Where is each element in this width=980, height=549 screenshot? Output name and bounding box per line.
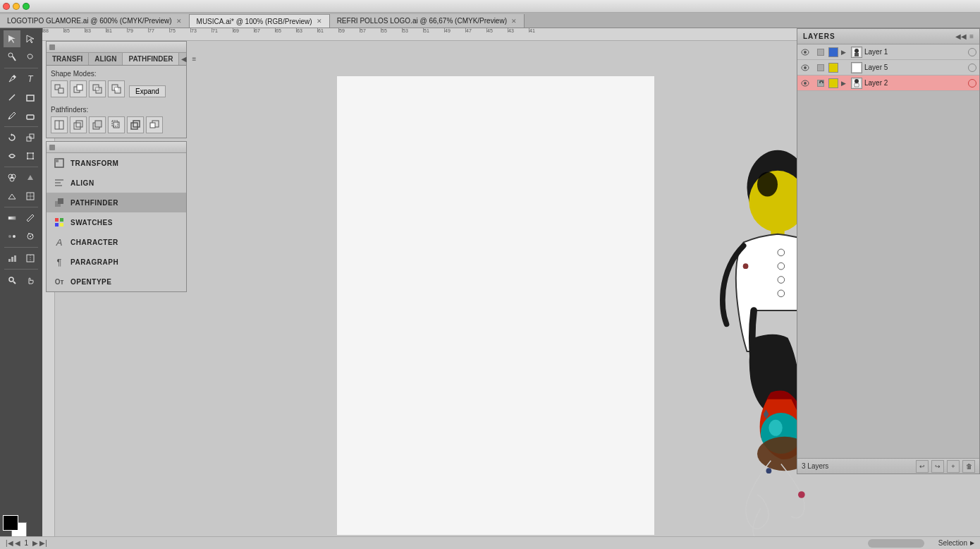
zoom-tool[interactable] xyxy=(4,272,20,289)
tool-row-2 xyxy=(3,48,39,66)
lasso-tool[interactable] xyxy=(22,49,39,66)
layer-add-icon[interactable]: + xyxy=(947,460,960,473)
layer-row-layer1[interactable]: ▶ Layer 1 xyxy=(797,44,979,60)
layer-delete-icon[interactable]: 🗑 xyxy=(962,460,975,473)
symbol-sprayer-tool[interactable] xyxy=(22,228,39,245)
panel-header[interactable] xyxy=(47,42,186,53)
rotate-tool[interactable] xyxy=(4,129,20,146)
direct-selection-tool[interactable] xyxy=(22,30,39,47)
rect-tool[interactable] xyxy=(22,89,39,106)
layer5-target-circle[interactable] xyxy=(968,64,976,72)
pf-outline[interactable] xyxy=(127,116,144,133)
shape-mode-subtract[interactable] xyxy=(70,80,87,97)
blend-tool[interactable] xyxy=(4,228,20,245)
layer5-expand[interactable]: ▶ xyxy=(841,64,851,71)
maximize-button[interactable] xyxy=(23,3,30,10)
tab-glamore-close[interactable]: ✕ xyxy=(176,18,182,25)
panel-item-pathfinder[interactable]: PATHFINDER xyxy=(47,193,186,212)
page-first-btn[interactable]: |◀ xyxy=(6,539,13,547)
pf-merge[interactable] xyxy=(89,116,106,133)
magic-wand-tool[interactable] xyxy=(4,49,20,66)
ruler-tick: 71 xyxy=(212,28,233,41)
foreground-color-box[interactable] xyxy=(3,515,18,531)
panel-item-align[interactable]: ALIGN xyxy=(47,173,186,193)
layer2-thumb xyxy=(851,78,862,89)
shape-mode-exclude[interactable] xyxy=(108,80,125,97)
column-graph-tool[interactable] xyxy=(4,250,20,267)
pf-minus-back[interactable] xyxy=(146,116,163,133)
mesh-tool[interactable] xyxy=(22,188,39,205)
free-transform-tool[interactable] xyxy=(22,147,39,164)
zoom-slider[interactable] xyxy=(868,539,924,548)
tool-separator xyxy=(4,68,38,68)
tool-dropdown-arrow[interactable]: ▶ xyxy=(970,540,974,546)
eraser-tool[interactable] xyxy=(22,107,39,124)
ruler-tick: 43 xyxy=(508,28,529,41)
type-tool[interactable]: T xyxy=(22,71,39,88)
shape-builder-tool[interactable] xyxy=(4,169,20,186)
pencil-tool[interactable] xyxy=(4,107,20,124)
layer5-visibility[interactable] xyxy=(797,60,813,76)
pf-crop[interactable] xyxy=(108,116,125,133)
page-last-btn[interactable]: ▶| xyxy=(39,539,47,547)
pen-tool[interactable] xyxy=(4,71,20,88)
layer2-expand[interactable]: ▶ xyxy=(841,80,851,87)
live-paint-tool[interactable] xyxy=(22,169,39,186)
shape-mode-add[interactable] xyxy=(51,80,68,97)
tab-pathfinder[interactable]: PATHFINDER xyxy=(123,53,179,65)
layer1-name: Layer 1 xyxy=(864,48,965,56)
tab-refri[interactable]: REFRI POLLOS LOGO.ai @ 66,67% (CMYK/Prev… xyxy=(330,14,525,28)
tab-align[interactable]: ALIGN xyxy=(89,53,123,65)
eyedropper-tool[interactable] xyxy=(22,210,39,227)
layers-menu-icon[interactable]: ≡ xyxy=(969,32,974,40)
tab-transform[interactable]: TRANSFI xyxy=(47,53,89,65)
slice-tool[interactable] xyxy=(22,250,39,267)
shape-mode-intersect[interactable] xyxy=(89,80,106,97)
tool-row-3: T xyxy=(3,70,39,88)
warp-tool[interactable] xyxy=(4,147,20,164)
panel-item-paragraph[interactable]: ¶ PARAGRAPH xyxy=(47,252,186,272)
layer1-lock[interactable] xyxy=(813,44,828,60)
layers-collapse-icon[interactable]: ◀◀ xyxy=(955,32,967,40)
panel-item-transform[interactable]: TRANSFORM xyxy=(47,153,186,173)
layer-row-layer2[interactable]: ▶ Layer 2 xyxy=(797,76,979,91)
expand-button[interactable]: Expand xyxy=(129,85,166,97)
perspective-tool[interactable] xyxy=(4,188,20,205)
gradient-tool[interactable] xyxy=(4,210,20,227)
layers-title: LAYERS xyxy=(803,32,835,40)
pf-divide[interactable] xyxy=(51,116,68,133)
tool-panel-header[interactable] xyxy=(47,142,186,153)
svg-rect-51 xyxy=(131,123,137,129)
layer2-visibility[interactable] xyxy=(797,76,813,91)
line-tool[interactable] xyxy=(4,89,20,106)
panel-item-character[interactable]: A CHARACTER xyxy=(47,232,186,252)
layer2-target-circle[interactable] xyxy=(968,79,976,88)
tab-musica[interactable]: MUSICA.ai* @ 100% (RGB/Preview) ✕ xyxy=(190,14,330,28)
tab-glamore[interactable]: LOGOTIPO GLAMORE.ai @ 600% (CMYK/Preview… xyxy=(0,14,190,28)
layer-new-icon[interactable]: ↪ xyxy=(931,460,944,473)
selection-tool[interactable] xyxy=(4,30,20,47)
svg-rect-36 xyxy=(77,85,82,90)
panel-collapse-icon[interactable]: ◀ xyxy=(179,54,189,64)
layer-row-layer5[interactable]: ▶ Layer 5 xyxy=(797,60,979,76)
tab-musica-close[interactable]: ✕ xyxy=(317,18,322,25)
pf-trim[interactable] xyxy=(70,116,87,133)
panel-item-opentype[interactable]: Oт OPENTYPE xyxy=(47,272,186,291)
ruler-tick: 61 xyxy=(317,28,338,41)
layer1-target-circle[interactable] xyxy=(968,48,976,56)
hand-tool[interactable] xyxy=(22,272,39,289)
close-button[interactable] xyxy=(3,3,10,10)
layer2-lock[interactable] xyxy=(813,76,828,91)
page-prev-btn[interactable]: ◀ xyxy=(15,539,20,547)
tab-refri-close[interactable]: ✕ xyxy=(511,18,517,25)
layer1-visibility[interactable] xyxy=(797,44,813,60)
layer1-expand[interactable]: ▶ xyxy=(841,49,851,56)
scale-tool[interactable] xyxy=(22,129,39,146)
panel-menu-icon[interactable]: ≡ xyxy=(189,54,199,64)
page-next-btn[interactable]: ▶ xyxy=(32,539,38,547)
layer-new-from-template-icon[interactable]: ↩ xyxy=(916,460,929,473)
tool-row-6 xyxy=(3,128,39,147)
minimize-button[interactable] xyxy=(13,3,20,10)
panel-item-swatches[interactable]: SWATCHES xyxy=(47,212,186,232)
layer5-lock[interactable] xyxy=(813,60,828,76)
